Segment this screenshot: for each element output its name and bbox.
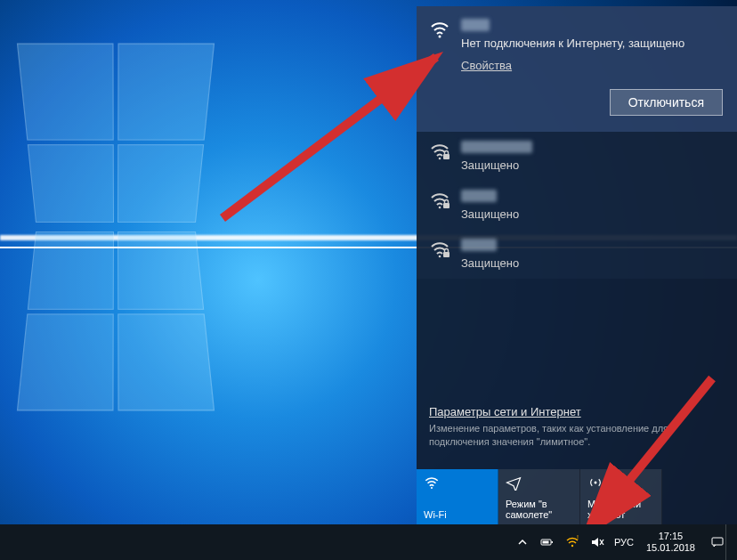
language-indicator[interactable]: РУС [614,537,634,548]
wifi-secured-icon [429,141,450,162]
svg-text:!: ! [577,535,579,540]
wifi-secured-icon [429,239,450,260]
svg-rect-2 [443,154,449,159]
network-item[interactable]: Защищено [417,230,737,279]
hotspot-tile[interactable]: Мобильный хот-спот [580,469,662,524]
properties-link[interactable]: Свойства [461,59,512,72]
network-item-active[interactable]: Нет подключения к Интернету, защищено Св… [417,6,737,132]
network-name-blurred [461,141,532,153]
network-name-blurred [461,19,490,31]
wifi-tile[interactable]: Wi-Fi [417,469,498,524]
clock[interactable]: 17:15 15.01.2018 [646,531,695,553]
action-center-icon[interactable] [709,534,725,550]
svg-rect-6 [443,252,449,257]
network-status: Защищено [461,207,723,221]
network-status: Нет подключения к Интернету, защищено [461,37,723,50]
clock-date: 15.01.2018 [646,542,695,554]
network-flyout: Нет подключения к Интернету, защищено Св… [417,6,737,524]
airplane-tile[interactable]: Режим "в самолете" [498,469,580,524]
svg-point-14 [571,545,573,547]
airplane-tile-label: Режим "в самолете" [506,499,572,521]
clock-time: 17:15 [646,531,695,542]
hotspot-tile-label: Мобильный хот-спот [587,499,654,521]
svg-rect-12 [551,541,553,543]
svg-point-3 [439,207,441,209]
network-settings: Параметры сети и Интернет Изменение пара… [429,405,725,448]
wifi-icon [424,475,490,491]
svg-point-1 [439,158,441,160]
network-name-blurred [461,190,497,202]
svg-point-7 [431,487,433,489]
network-list: Нет подключения к Интернету, защищено Св… [417,6,737,279]
wifi-alert-icon[interactable]: ! [564,534,580,550]
settings-description: Изменение параметров, таких как установл… [429,422,725,448]
airplane-icon [506,475,572,491]
network-name-blurred [461,239,497,251]
svg-rect-13 [542,541,548,544]
settings-link[interactable]: Параметры сети и Интернет [429,405,581,418]
network-status: Защищено [461,158,723,172]
wifi-icon [429,19,450,40]
wifi-tile-label: Wi-Fi [424,509,490,521]
svg-rect-4 [443,203,449,208]
wifi-secured-icon [429,190,450,211]
network-item[interactable]: Защищено [417,181,737,230]
svg-point-8 [595,482,597,484]
network-status: Защищено [461,256,723,270]
svg-point-5 [439,256,441,258]
volume-muted-icon[interactable] [589,534,605,550]
disconnect-button[interactable]: Отключиться [610,89,723,116]
svg-rect-16 [712,538,723,545]
network-item[interactable]: Защищено [417,132,737,181]
show-desktop-button[interactable] [725,524,732,560]
taskbar: ! РУС 17:15 15.01.2018 [0,524,737,560]
battery-icon[interactable] [539,534,555,550]
system-tray: ! РУС 17:15 15.01.2018 [514,531,725,553]
hotspot-icon [587,475,654,491]
tray-overflow-icon[interactable] [514,534,530,550]
quick-tiles: Wi-Fi Режим "в самолете" Мобильный хот-с… [417,469,737,524]
svg-point-0 [439,36,441,38]
